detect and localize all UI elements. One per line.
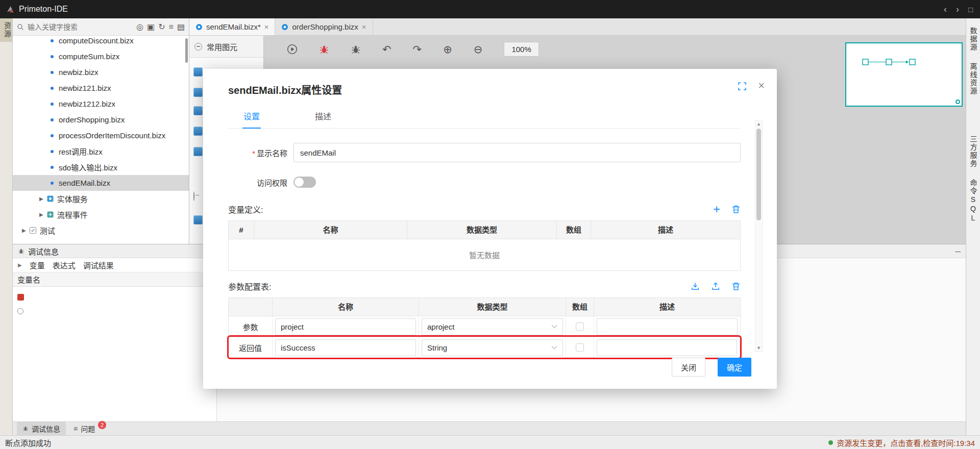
tree-item[interactable]: sdo输入输出.bizx bbox=[13, 159, 189, 175]
col-header: 描述 bbox=[591, 221, 740, 239]
param-type-select[interactable]: aproject bbox=[422, 318, 563, 335]
export-icon[interactable] bbox=[711, 282, 720, 291]
palette-item-icon[interactable] bbox=[193, 127, 203, 136]
debug-play-icon[interactable]: ▶ bbox=[18, 262, 22, 268]
sidebar-tab-datasource[interactable]: 数据源 bbox=[968, 21, 978, 57]
array-checkbox[interactable] bbox=[576, 322, 584, 331]
flow-anchor-icon[interactable] bbox=[955, 99, 960, 104]
tab-expressions[interactable]: 表达式 bbox=[53, 260, 76, 270]
bizx-file-icon bbox=[281, 23, 288, 31]
tree-item[interactable]: rest调用.bizx bbox=[13, 143, 189, 159]
palette-title: 常用图元 bbox=[207, 41, 237, 52]
tab-settings[interactable]: 设置 bbox=[242, 104, 261, 129]
tab-description[interactable]: 描述 bbox=[314, 104, 332, 128]
palette-item-icon[interactable] bbox=[193, 147, 203, 156]
file-bullet-icon bbox=[51, 71, 54, 74]
palette-item-icon[interactable] bbox=[193, 106, 203, 115]
sidebar-tab-resources[interactable]: 资源 bbox=[0, 18, 12, 42]
nav-back-icon[interactable]: ‹ bbox=[944, 4, 947, 15]
debug-bug-red-icon[interactable] bbox=[319, 44, 329, 55]
param-name-field[interactable] bbox=[275, 318, 416, 335]
import-icon[interactable] bbox=[691, 282, 700, 291]
tree-item[interactable]: newbiz1212.bizx bbox=[13, 96, 189, 112]
dialog-tabs: 设置 描述 bbox=[228, 104, 741, 129]
display-name-field[interactable] bbox=[293, 143, 741, 162]
tree-folder[interactable]: ▶ 测试 bbox=[13, 222, 189, 238]
tree-item[interactable]: processOrderItemDiscount.bizx bbox=[13, 128, 189, 143]
tree-item-label: computeDiscount.bizx bbox=[59, 36, 134, 45]
tab-debug-results[interactable]: 调试结果 bbox=[83, 260, 114, 270]
package-icon[interactable]: ▣ bbox=[147, 23, 155, 31]
copy-icon[interactable]: ▤ bbox=[177, 23, 185, 31]
flow-diagram-page[interactable] bbox=[845, 42, 963, 107]
return-name-field[interactable] bbox=[275, 339, 416, 356]
scroll-down-icon[interactable]: ▼ bbox=[755, 345, 762, 351]
chevron-right-icon[interactable]: ▶ bbox=[39, 212, 43, 217]
return-desc-field[interactable] bbox=[597, 339, 737, 356]
tree-item[interactable]: computeSum.bizx bbox=[13, 48, 189, 64]
palette-group-header[interactable] bbox=[193, 192, 194, 201]
delete-variable-icon[interactable] bbox=[731, 205, 741, 214]
access-toggle[interactable] bbox=[293, 177, 316, 188]
dialog-scrollbar[interactable]: ▲ ▼ bbox=[755, 120, 763, 352]
delete-param-icon[interactable] bbox=[731, 282, 741, 291]
undo-icon[interactable]: ↶ bbox=[382, 44, 391, 55]
resume-icon[interactable] bbox=[17, 308, 23, 314]
tree-item-label: newbiz121.bizx bbox=[59, 84, 111, 92]
array-checkbox[interactable] bbox=[576, 343, 584, 352]
close-button[interactable]: 关闭 bbox=[672, 358, 705, 377]
stop-icon[interactable] bbox=[17, 294, 24, 301]
tree-folder[interactable]: ▶ 流程事件 bbox=[13, 207, 189, 222]
editor-tab-sendemail[interactable]: sendEMail.bizx* × bbox=[189, 18, 275, 35]
locate-icon[interactable]: ◎ bbox=[136, 23, 143, 31]
zoom-out-icon[interactable]: ⊖ bbox=[474, 44, 483, 55]
layout-icon[interactable]: □ bbox=[968, 5, 973, 14]
tree-item-selected[interactable]: sendEMail.bizx bbox=[13, 175, 189, 191]
search-input[interactable] bbox=[28, 23, 133, 31]
palette-item-icon[interactable] bbox=[193, 88, 203, 97]
scroll-up-icon[interactable]: ▲ bbox=[755, 121, 762, 127]
close-icon[interactable]: × bbox=[758, 79, 765, 92]
param-desc-field[interactable] bbox=[597, 318, 738, 335]
palette-item-icon[interactable] bbox=[193, 215, 203, 224]
return-type-select[interactable]: String bbox=[422, 339, 563, 356]
scrollbar-thumb[interactable] bbox=[756, 129, 761, 220]
sidebar-tab-thirdparty-services[interactable]: 三方服务 bbox=[968, 130, 978, 173]
event-icon bbox=[47, 211, 54, 218]
close-icon[interactable]: × bbox=[362, 22, 366, 31]
tab-problems[interactable]: ≡ 问题 2 bbox=[68, 422, 112, 435]
select-value: aproject bbox=[427, 322, 454, 331]
run-icon[interactable] bbox=[287, 44, 298, 55]
tree-item[interactable]: newbiz.bizx bbox=[13, 64, 189, 80]
chevron-right-icon[interactable]: ▶ bbox=[39, 196, 43, 202]
sidebar-tab-command-sql[interactable]: 命令SQL bbox=[968, 173, 978, 229]
palette-header[interactable]: 常用图元 bbox=[189, 36, 263, 58]
sort-icon[interactable]: ≡ bbox=[169, 23, 174, 31]
bottom-view-tabs: 调试信息 ≡ 问题 2 bbox=[13, 421, 966, 435]
resource-change-notice[interactable]: 资源发生变更，点击查看,检查时间:19:34 bbox=[837, 437, 975, 448]
ok-button[interactable]: 确定 bbox=[718, 358, 751, 377]
tree-item[interactable]: computeDiscount.bizx bbox=[13, 36, 189, 48]
zoom-level[interactable]: 100% bbox=[504, 42, 538, 57]
tree-item[interactable]: newbiz121.bizx bbox=[13, 80, 189, 96]
collapse-icon[interactable] bbox=[193, 191, 194, 201]
tree-folder[interactable]: ▶ 实体服务 bbox=[13, 191, 189, 207]
minimize-icon[interactable]: ─ bbox=[955, 247, 961, 256]
tree-item[interactable]: orderShopping.bizx bbox=[13, 112, 189, 128]
nav-forward-icon[interactable]: › bbox=[956, 4, 959, 15]
close-icon[interactable]: × bbox=[264, 22, 269, 31]
expand-icon[interactable] bbox=[738, 82, 746, 90]
palette-item-icon[interactable] bbox=[193, 67, 203, 77]
add-variable-icon[interactable]: + bbox=[713, 203, 720, 215]
tab-variables[interactable]: 变量 bbox=[30, 260, 45, 270]
redo-icon[interactable]: ↷ bbox=[413, 44, 422, 55]
zoom-in-icon[interactable]: ⊕ bbox=[443, 44, 452, 55]
collapse-icon[interactable] bbox=[194, 43, 202, 51]
editor-tab-ordershopping[interactable]: orderShopping.bizx × bbox=[275, 18, 373, 35]
chevron-right-icon[interactable]: ▶ bbox=[22, 228, 26, 233]
tab-debug-info[interactable]: 调试信息 bbox=[17, 422, 66, 435]
debug-bug-icon[interactable] bbox=[351, 44, 361, 55]
tree-scrollbar[interactable] bbox=[185, 38, 188, 63]
refresh-icon[interactable]: ↻ bbox=[158, 23, 165, 31]
sidebar-tab-offline-resources[interactable]: 离线资源 bbox=[968, 57, 978, 101]
